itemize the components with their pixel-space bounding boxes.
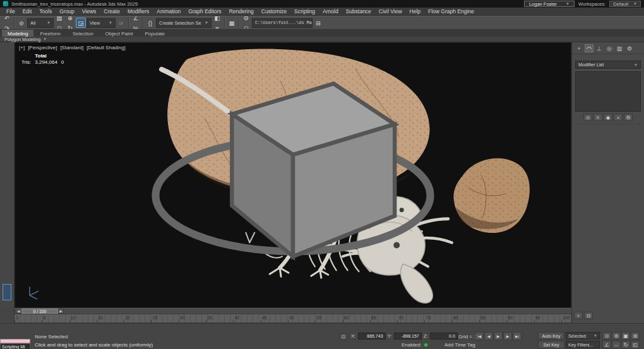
- zoom-extents-icon[interactable]: ▣: [621, 332, 630, 340]
- show-end-result-icon[interactable]: ≡: [593, 114, 602, 121]
- play-icon[interactable]: ▶: [494, 332, 503, 340]
- project-folder-dropdown[interactable]: C:\Users\fost...\ds Max 2025▼: [252, 18, 313, 28]
- menu-item[interactable]: Animation: [153, 8, 184, 15]
- zoom-extents-all-icon[interactable]: ⊞: [631, 332, 640, 340]
- workspace-select[interactable]: Default▼: [609, 1, 641, 7]
- z-label: Z:: [424, 333, 428, 339]
- menu-item[interactable]: File: [3, 8, 19, 15]
- menu-item[interactable]: Group: [56, 8, 78, 15]
- menu-item[interactable]: Graph Editors: [184, 8, 225, 15]
- create-tab-icon[interactable]: +: [575, 44, 583, 52]
- zoom-all-icon[interactable]: ⊚: [612, 332, 621, 340]
- render-setup-icon[interactable]: ⚙: [241, 16, 251, 23]
- reference-coordinate-system-dropdown[interactable]: View▼: [86, 18, 116, 28]
- toolbar-separator: [224, 18, 225, 28]
- align-icon[interactable]: ≡: [212, 23, 222, 30]
- user-account-button[interactable]: Logan Foster▼: [524, 1, 575, 7]
- display-tab-icon[interactable]: ▥: [615, 44, 624, 52]
- auto-key-button[interactable]: Auto Key: [538, 332, 564, 340]
- configure-modifier-sets-icon[interactable]: ⚙: [624, 114, 633, 121]
- perspective-viewport[interactable]: [+] [Perspective] [Standard] [Default Sh…: [15, 42, 571, 308]
- modifier-stack-list[interactable]: [575, 71, 641, 112]
- edit-named-selection-sets-icon[interactable]: {}: [145, 18, 155, 28]
- named-selection-sets-dropdown[interactable]: Create Selection Se▼: [156, 18, 212, 28]
- menu-item[interactable]: Rendering: [225, 8, 258, 15]
- mirror-icon[interactable]: ◧: [212, 16, 222, 23]
- angle-snap-icon[interactable]: ∠: [131, 16, 141, 23]
- menu-item[interactable]: Civil View: [375, 8, 406, 15]
- undo-icon[interactable]: ↶: [2, 16, 12, 23]
- remove-modifier-icon[interactable]: ×: [614, 114, 623, 121]
- zoom-icon[interactable]: ⊙: [602, 332, 611, 340]
- make-unique-icon[interactable]: ◆: [604, 114, 612, 121]
- menu-item[interactable]: Modifiers: [124, 8, 153, 15]
- toggle-ribbon-icon[interactable]: ▦: [227, 18, 237, 28]
- ribbon-tab[interactable]: Object Paint: [100, 30, 139, 37]
- time-slider[interactable]: ◀ 0 / 100 ▶: [15, 308, 571, 314]
- add-time-tag[interactable]: Add Time Tag: [444, 342, 475, 348]
- menu-item[interactable]: Help: [406, 8, 424, 15]
- track-bar[interactable]: 0510152025303540455055606570758085909510…: [15, 314, 571, 323]
- unlink-selection-icon[interactable]: ⊘: [16, 18, 27, 28]
- menu-item[interactable]: Customize: [258, 8, 290, 15]
- go-to-end-icon[interactable]: ▶|: [513, 332, 522, 340]
- menu-item[interactable]: Arnold: [319, 8, 342, 15]
- ribbon-tab[interactable]: Freeform: [34, 30, 66, 37]
- utilities-tab-icon[interactable]: ⚙: [625, 44, 634, 52]
- pin-stack-icon[interactable]: ⊙: [583, 114, 592, 121]
- percent-snap-icon[interactable]: %: [131, 23, 141, 30]
- y-coordinate-field[interactable]: -898.157: [394, 333, 422, 340]
- select-and-rotate-icon[interactable]: ↻: [65, 23, 75, 30]
- set-key-button[interactable]: Set Key: [538, 341, 564, 348]
- selection-lock-icon[interactable]: ⊡: [340, 333, 347, 340]
- menu-item[interactable]: Scripting: [290, 8, 319, 15]
- field-of-view-icon[interactable]: ∠: [602, 341, 611, 348]
- trackbar-tick: 100: [561, 314, 571, 322]
- key-filters-button[interactable]: Key Filters...: [566, 341, 600, 348]
- selection-filter-dropdown[interactable]: All▼: [27, 18, 54, 28]
- time-slider-handle[interactable]: 0 / 100: [21, 309, 58, 314]
- ribbon-tab[interactable]: Populate: [139, 30, 170, 37]
- redo-icon[interactable]: ↷: [2, 23, 12, 30]
- adaptive-degradation-status[interactable]: Enabled:: [402, 342, 428, 348]
- open-mini-curve-editor-icon[interactable]: ≈: [574, 312, 583, 319]
- ribbon-tab[interactable]: Modeling: [2, 30, 33, 37]
- timeline-options-icon[interactable]: ⊟: [584, 312, 593, 319]
- maximize-viewport-toggle-icon[interactable]: ◱: [631, 341, 640, 348]
- viewport-layout-tab[interactable]: [3, 284, 11, 300]
- select-and-scale-icon[interactable]: ◲: [76, 18, 86, 28]
- orbit-icon[interactable]: ↻: [621, 341, 630, 348]
- modifier-list-dropdown[interactable]: Modifier List▼: [575, 61, 641, 69]
- menu-item[interactable]: Substance: [342, 8, 375, 15]
- menu-item[interactable]: Views: [78, 8, 100, 15]
- select-and-manipulate-icon[interactable]: ☞: [116, 18, 126, 28]
- rendered-frame-window-icon[interactable]: ◻: [241, 23, 251, 30]
- trackbar-tick: 25: [151, 314, 178, 322]
- menu-item[interactable]: Create: [100, 8, 124, 15]
- menu-item[interactable]: Edit: [19, 8, 36, 15]
- previous-frame-icon[interactable]: ◀: [484, 332, 493, 340]
- menu-item[interactable]: Tools: [35, 8, 56, 15]
- x-coordinate-field[interactable]: 865.743: [358, 333, 386, 340]
- modify-tab-icon[interactable]: ◠: [585, 44, 593, 52]
- select-and-move-icon[interactable]: ⊕: [65, 16, 75, 23]
- motion-tab-icon[interactable]: ◎: [605, 44, 614, 52]
- light-explorer-icon[interactable]: ⊟: [313, 18, 323, 28]
- pan-view-icon[interactable]: ↔: [612, 341, 621, 348]
- rectangular-selection-region-icon[interactable]: ◻: [54, 23, 64, 30]
- hierarchy-tab-icon[interactable]: ⊥: [595, 44, 604, 52]
- polygon-modeling-panel-strip[interactable]: Polygon Modeling ▼: [0, 37, 644, 42]
- menu-bar: FileEditToolsGroupViewsCreateModifiersAn…: [0, 8, 644, 16]
- macro-recorder-field[interactable]: [0, 339, 30, 343]
- previous-frame-arrow-icon[interactable]: ◀: [16, 309, 21, 314]
- select-by-name-icon[interactable]: ▤: [54, 16, 64, 23]
- next-frame-arrow-icon[interactable]: ▶: [58, 309, 64, 314]
- next-frame-icon[interactable]: ▶: [503, 332, 512, 340]
- left-dock-strip: [0, 42, 15, 308]
- z-coordinate-field[interactable]: 0.0: [430, 333, 458, 340]
- menu-item[interactable]: Flow Graph Engine: [424, 8, 478, 15]
- viewcube[interactable]: [15, 43, 571, 307]
- key-mode-selected-dropdown[interactable]: Selected▼: [566, 332, 600, 340]
- go-to-start-icon[interactable]: |◀: [475, 332, 484, 340]
- ribbon-tab[interactable]: Selection: [67, 30, 99, 37]
